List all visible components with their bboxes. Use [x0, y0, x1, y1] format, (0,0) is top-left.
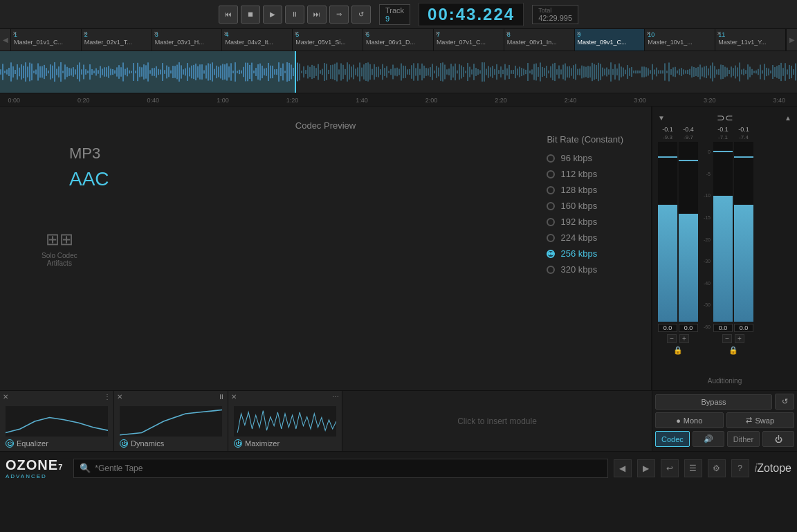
insert-module-button[interactable]: Click to insert module — [342, 391, 652, 451]
track-item-4[interactable]: ✕ 4 Master_04v2_It... — [222, 29, 293, 51]
search-input[interactable] — [95, 464, 601, 473]
solo-codec-button[interactable]: ⊞⊞ Solo CodecArtifacts — [42, 230, 77, 267]
equalizer-power[interactable]: ⏻ — [6, 439, 14, 448]
track-item-6[interactable]: ✕ 6 Master_06v1_D... — [363, 29, 434, 51]
track-item-1[interactable]: ✕ 1 Master_01v1_C... — [11, 29, 82, 51]
nav-prev-button[interactable]: ◀ — [614, 459, 632, 477]
power-button[interactable]: ⏻ — [762, 431, 794, 447]
list-button[interactable]: ☰ — [684, 459, 702, 477]
btn-pause[interactable]: ⏸ — [285, 6, 304, 24]
waveform-container[interactable]: 0:000:200:401:001:201:402:002:202:403:00… — [0, 51, 797, 107]
svg-rect-292 — [606, 68, 607, 77]
bitrate-option-4[interactable]: 192 kbps — [547, 217, 623, 227]
svg-rect-65 — [135, 71, 136, 73]
right-meter-plus-btn[interactable]: + — [735, 334, 744, 343]
right-meter-minus-btn[interactable]: − — [722, 334, 732, 343]
svg-rect-290 — [602, 68, 603, 77]
bitrate-option-3[interactable]: 160 kbps — [547, 201, 623, 211]
track-item-7[interactable]: ✕ 7 Master_07v1_C... — [434, 29, 504, 51]
dynamics-options: ⏸ — [218, 393, 225, 401]
meter-minus-btn[interactable]: − — [667, 334, 677, 343]
dither-button[interactable]: Dither — [727, 431, 760, 447]
help-button[interactable]: ? — [731, 459, 749, 477]
svg-rect-186 — [386, 66, 387, 78]
equalizer-curve — [6, 406, 108, 437]
svg-rect-260 — [540, 62, 541, 81]
track-close-1[interactable]: ✕ — [12, 30, 17, 37]
bitrate-option-0[interactable]: 96 kbps — [547, 153, 623, 163]
svg-rect-188 — [390, 69, 392, 75]
btn-prev[interactable]: ⏮ — [219, 6, 238, 24]
equalizer-close[interactable]: ✕ — [3, 393, 8, 401]
dynamics-waveform[interactable] — [120, 406, 222, 437]
meter-plus-btn[interactable]: + — [679, 334, 689, 343]
codec-button[interactable]: Codec — [655, 431, 690, 447]
svg-rect-5 — [10, 62, 12, 81]
codec-mp3[interactable]: MP3 — [69, 145, 100, 163]
track-scroll-left[interactable]: ◀ — [0, 29, 11, 51]
track-item-8[interactable]: ✕ 8 Master_08v1_In... — [504, 29, 575, 51]
undo-button[interactable]: ↩ — [661, 459, 679, 477]
svg-rect-381 — [791, 66, 792, 78]
svg-rect-123 — [255, 68, 257, 76]
bitrate-option-2[interactable]: 128 kbps — [547, 185, 623, 195]
maximizer-power[interactable]: ⏻ — [234, 439, 242, 448]
track-item-2[interactable]: ✕ 2 Master_02v1_T... — [82, 29, 152, 51]
dynamics-close[interactable]: ✕ — [117, 393, 122, 401]
dynamics-power[interactable]: ⏻ — [120, 439, 128, 448]
dynamics-pause-btn[interactable]: ⏸ — [218, 393, 225, 401]
track-close-9[interactable]: ✕ — [576, 30, 581, 37]
bitrate-label-4: 192 kbps — [560, 217, 597, 227]
svg-rect-163 — [338, 69, 340, 74]
waveform-canvas[interactable] — [0, 51, 797, 93]
track-close-4[interactable]: ✕ — [223, 30, 228, 37]
track-close-7[interactable]: ✕ — [435, 30, 440, 37]
equalizer-waveform[interactable] — [6, 406, 108, 437]
nav-next-button[interactable]: ▶ — [637, 459, 655, 477]
equalizer-menu-btn[interactable]: ⋮ — [104, 393, 111, 401]
svg-rect-51 — [106, 67, 107, 77]
svg-rect-268 — [556, 69, 558, 75]
track-scroll-right[interactable]: ▶ — [786, 29, 797, 51]
track-item-5[interactable]: ✕ 5 Master_05v1_Si... — [293, 29, 363, 51]
btn-record[interactable]: ⇒ — [329, 6, 349, 24]
codec-aac[interactable]: AAC — [69, 168, 109, 190]
track-close-3[interactable]: ✕ — [154, 30, 158, 37]
swap-button[interactable]: ⇄ Swap — [726, 412, 795, 428]
track-close-11[interactable]: ✕ — [717, 30, 722, 37]
svg-rect-67 — [139, 67, 140, 77]
bitrate-option-5[interactable]: 224 kbps — [547, 232, 623, 243]
btn-loop[interactable]: ↺ — [351, 6, 371, 24]
track-item-11[interactable]: ✕ 11 Master_11v1_Y... — [715, 29, 786, 51]
track-close-2[interactable]: ✕ — [83, 30, 88, 37]
btn-next[interactable]: ⏭ — [307, 6, 327, 24]
track-close-6[interactable]: ✕ — [365, 30, 369, 37]
settings-button[interactable]: ⚙ — [708, 459, 726, 477]
btn-stop[interactable]: ⏹ — [241, 6, 260, 24]
track-close-5[interactable]: ✕ — [294, 30, 299, 37]
meters-up-icon[interactable]: ▲ — [785, 114, 791, 122]
timeline-marker-10: 3:20 — [704, 97, 716, 104]
svg-rect-362 — [751, 69, 753, 75]
maximizer-close[interactable]: ✕ — [231, 393, 237, 401]
track-item-9[interactable]: ✕ 9 Master_09v1_C... — [575, 29, 645, 51]
bitrate-panel: Bit Rate (Constant) 96 kbps 112 kbps 128… — [547, 134, 623, 280]
svg-rect-184 — [382, 64, 383, 80]
track-close-8[interactable]: ✕ — [506, 30, 511, 37]
mono-button[interactable]: ● Mono — [655, 412, 724, 428]
bitrate-option-6[interactable]: 256 kbps — [547, 248, 623, 259]
svg-rect-161 — [334, 64, 336, 80]
maximizer-waveform[interactable] — [234, 406, 336, 437]
dither-sound-btn[interactable]: 🔊 — [693, 431, 724, 447]
reset-button[interactable]: ↺ — [775, 394, 794, 410]
svg-rect-333 — [691, 66, 693, 77]
track-close-10[interactable]: ✕ — [646, 30, 651, 37]
bitrate-option-7[interactable]: 320 kbps — [547, 264, 623, 275]
bitrate-option-1[interactable]: 112 kbps — [547, 169, 623, 179]
svg-rect-198 — [411, 65, 412, 79]
track-item-3[interactable]: ✕ 3 Master_03v1_H... — [152, 29, 223, 51]
btn-play[interactable]: ▶ — [263, 6, 282, 24]
track-item-10[interactable]: ✕ 10 Master_10v1_... — [645, 29, 715, 51]
bypass-button[interactable]: Bypass — [655, 394, 772, 410]
maximizer-menu-btn[interactable]: ⋯ — [332, 393, 339, 401]
